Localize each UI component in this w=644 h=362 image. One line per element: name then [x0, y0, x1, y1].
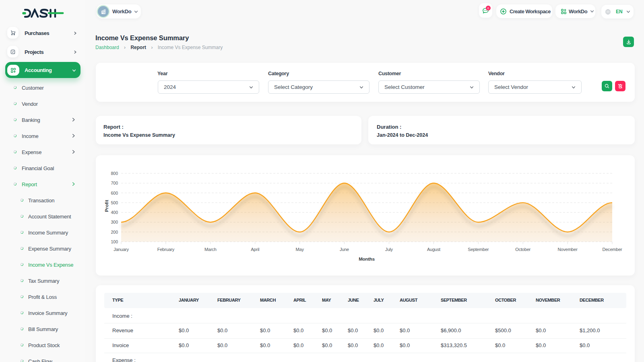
svg-text:200: 200 — [111, 230, 118, 234]
svg-text:December: December — [602, 247, 622, 252]
svg-text:600: 600 — [111, 191, 118, 195]
svg-text:July: July — [385, 247, 393, 252]
svg-text:100: 100 — [111, 239, 118, 244]
svg-text:300: 300 — [111, 220, 118, 224]
svg-text:August: August — [427, 247, 440, 252]
svg-text:February: February — [157, 247, 175, 252]
svg-text:Profit: Profit — [104, 200, 109, 212]
svg-text:June: June — [340, 247, 349, 252]
svg-text:October: October — [515, 247, 530, 252]
svg-text:800: 800 — [111, 171, 118, 176]
svg-text:September: September — [468, 247, 489, 252]
svg-text:April: April — [251, 247, 259, 252]
svg-text:May: May — [296, 247, 304, 252]
svg-text:400: 400 — [111, 210, 118, 215]
svg-text:Months: Months — [359, 257, 375, 261]
svg-text:500: 500 — [111, 200, 118, 205]
svg-text:November: November — [558, 247, 578, 252]
svg-text:March: March — [204, 247, 217, 252]
svg-text:January: January — [114, 247, 129, 252]
svg-text:700: 700 — [111, 181, 118, 185]
